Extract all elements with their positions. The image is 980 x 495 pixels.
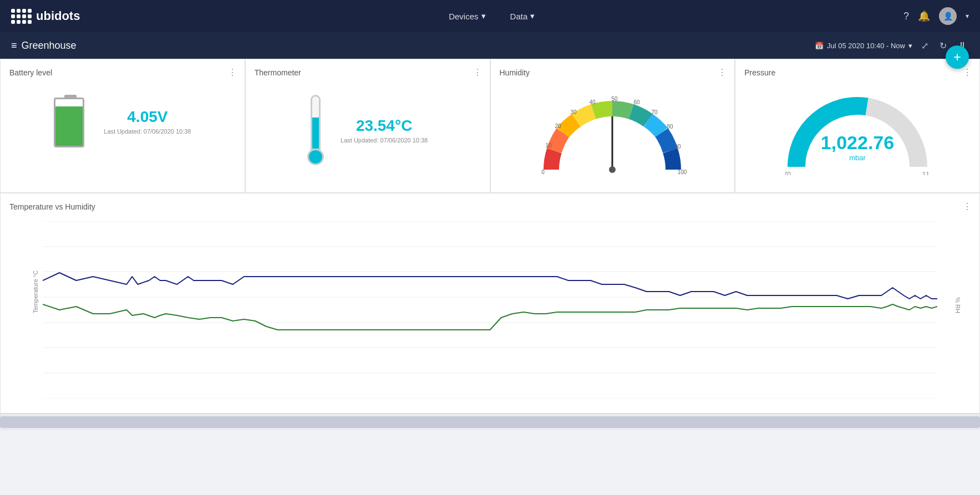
battery-widget: Battery level ⋮ 4.05V Last Updated: 07/0…	[0, 59, 245, 193]
dashboard-bar: ≡ Greenhouse 📅 Jul 05 2020 10:40 - Now ▾…	[0, 32, 980, 59]
thermo-bulb	[307, 149, 324, 165]
svg-text:0: 0	[542, 169, 545, 175]
battery-value: 4.05V	[104, 108, 191, 126]
svg-text:50: 50	[612, 96, 618, 102]
widget-grid: Battery level ⋮ 4.05V Last Updated: 07/0…	[0, 59, 980, 193]
chart-title: Temperature vs Humidity	[9, 202, 971, 211]
thermometer-visual	[307, 95, 324, 165]
chart-scrollbar[interactable]	[0, 414, 980, 430]
svg-text:60: 60	[634, 99, 641, 105]
logo-dots-icon	[11, 9, 32, 24]
add-widget-button[interactable]: +	[946, 45, 969, 69]
svg-text:10: 10	[546, 142, 552, 149]
chart-menu-icon[interactable]: ⋮	[963, 201, 972, 212]
battery-body	[54, 98, 84, 147]
help-icon[interactable]: ?	[903, 11, 909, 22]
nav-data[interactable]: Data ▾	[504, 8, 542, 24]
dashboard-title-area: ≡ Greenhouse	[11, 40, 77, 52]
pressure-container: 870 1160 1,022.76 mbar	[744, 84, 971, 175]
chevron-down-icon: ▾	[966, 12, 969, 20]
battery-updated: Last Updated: 07/06/2020 10:38	[104, 128, 191, 135]
pressure-gauge-svg: 870 1160 1,022.76 mbar	[785, 89, 930, 175]
thermometer-value: 23.54°C	[341, 117, 428, 135]
bell-icon[interactable]: 🔔	[918, 10, 930, 22]
chart-wrapper: Temperature °C % RH 50.00 40.00 30.00 20…	[9, 216, 971, 404]
humidity-menu-icon[interactable]: ⋮	[718, 67, 727, 78]
battery-title: Battery level	[9, 68, 236, 77]
svg-point-2	[609, 166, 616, 173]
y-axis-right-label: % RH	[955, 297, 962, 313]
thermometer-info: 23.54°C Last Updated: 07/06/2020 10:38	[341, 117, 428, 144]
thermometer-widget: Thermometer ⋮ 23.54°C Last Updated: 07/0…	[245, 59, 490, 193]
humidity-gauge-svg: 0 10 20 30 40 50 60 70 80 90 100	[529, 89, 695, 183]
battery-content: 4.05V Last Updated: 07/06/2020 10:38	[9, 84, 236, 159]
humidity-title: Humidity	[500, 68, 726, 77]
avatar[interactable]: 👤	[939, 7, 957, 25]
thermometer-menu-icon[interactable]: ⋮	[473, 67, 482, 78]
pressure-widget: Pressure ⋮ 870 1160	[735, 59, 980, 193]
date-range-text: Jul 05 2020 10:40 - Now	[827, 42, 905, 50]
dashboard-controls: 📅 Jul 05 2020 10:40 - Now ▾ ⤢ ↻ ⏸	[815, 38, 969, 53]
date-range-picker[interactable]: 📅 Jul 05 2020 10:40 - Now ▾	[815, 42, 912, 50]
svg-text:1160: 1160	[922, 171, 930, 175]
svg-text:mbar: mbar	[849, 154, 866, 162]
chart-area: 50.00 40.00 30.00 20.00 10.00 0.00 -10.0…	[43, 221, 937, 399]
humidity-gauge: 0 10 20 30 40 50 60 70 80 90 100	[500, 84, 726, 183]
date-chevron-icon: ▾	[908, 42, 912, 50]
chart-svg: 50.00 40.00 30.00 20.00 10.00 0.00 -10.0…	[43, 221, 937, 399]
avatar-icon: 👤	[943, 12, 953, 21]
thermometer-title: Thermometer	[255, 68, 481, 77]
battery-menu-icon[interactable]: ⋮	[228, 67, 237, 78]
top-navigation: ubidots Devices ▾ Data ▾ ? 🔔 👤 ▾	[0, 0, 980, 32]
svg-text:80: 80	[667, 124, 674, 130]
nav-devices[interactable]: Devices ▾	[442, 8, 492, 24]
svg-text:20: 20	[555, 123, 562, 129]
thermometer-content: 23.54°C Last Updated: 07/06/2020 10:38	[255, 84, 481, 176]
svg-text:70: 70	[652, 109, 658, 115]
svg-text:100: 100	[678, 169, 687, 175]
battery-info: 4.05V Last Updated: 07/06/2020 10:38	[104, 108, 191, 135]
svg-text:40: 40	[590, 99, 596, 105]
thermometer-updated: Last Updated: 07/06/2020 10:38	[341, 137, 428, 144]
calendar-icon: 📅	[815, 42, 824, 50]
battery-fill	[55, 106, 83, 146]
chart-widget: Temperature vs Humidity ⋮ Temperature °C…	[0, 193, 980, 414]
logo-text: ubidots	[36, 9, 80, 23]
pressure-menu-icon[interactable]: ⋮	[963, 67, 972, 78]
svg-text:1,022.76: 1,022.76	[821, 132, 894, 153]
dashboard-title: Greenhouse	[22, 40, 77, 52]
svg-text:870: 870	[785, 171, 791, 175]
nav-right: ? 🔔 👤 ▾	[903, 7, 969, 25]
expand-button[interactable]: ⤢	[919, 38, 931, 53]
hamburger-icon[interactable]: ≡	[11, 40, 17, 52]
thermo-tube	[311, 95, 321, 150]
svg-text:90: 90	[675, 144, 682, 150]
humidity-widget: Humidity ⋮	[490, 59, 735, 193]
logo[interactable]: ubidots	[11, 9, 80, 24]
thermo-fill	[312, 118, 319, 149]
y-axis-left-label: Temperature °C	[32, 271, 39, 313]
svg-text:30: 30	[571, 109, 577, 115]
pressure-title: Pressure	[744, 68, 971, 77]
nav-center: Devices ▾ Data ▾	[80, 8, 903, 24]
battery-icon	[54, 95, 87, 147]
scrollbar-thumb[interactable]	[0, 416, 980, 428]
